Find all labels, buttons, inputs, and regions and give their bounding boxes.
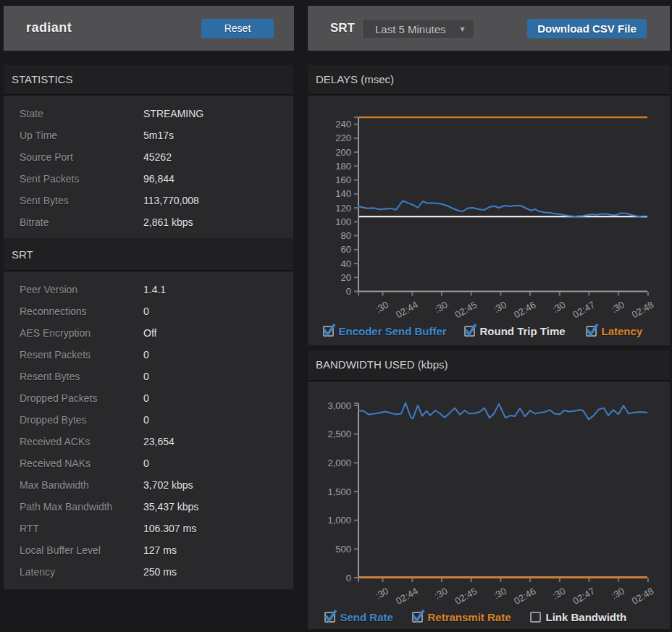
svg-text:20: 20 [341, 272, 351, 283]
svg-text::30: :30 [432, 586, 449, 602]
svg-text:80: 80 [341, 230, 351, 241]
svg-text:02:44: 02:44 [394, 586, 420, 607]
svg-text:02:47: 02:47 [571, 299, 597, 320]
svg-text:180: 180 [335, 161, 351, 172]
svg-text:160: 160 [335, 174, 351, 185]
svg-text:500: 500 [335, 544, 351, 555]
svg-text:40: 40 [341, 258, 351, 269]
svg-text:120: 120 [335, 203, 351, 214]
svg-text::30: :30 [550, 586, 567, 602]
svg-text:100: 100 [335, 216, 351, 227]
svg-text:220: 220 [335, 132, 351, 143]
svg-text::30: :30 [492, 299, 508, 315]
svg-text::30: :30 [492, 586, 508, 602]
svg-text:02:46: 02:46 [512, 586, 538, 607]
svg-text:02:48: 02:48 [630, 299, 656, 320]
svg-text:02:48: 02:48 [630, 586, 656, 607]
svg-text:140: 140 [335, 188, 351, 199]
svg-text:60: 60 [341, 244, 351, 255]
svg-text:0: 0 [346, 286, 351, 297]
svg-text::30: :30 [432, 299, 449, 315]
svg-text:02:47: 02:47 [571, 586, 597, 607]
svg-text:2,500: 2,500 [327, 429, 351, 439]
svg-text:02:46: 02:46 [512, 299, 538, 320]
svg-text:1,000: 1,000 [327, 515, 351, 526]
svg-text:200: 200 [335, 147, 351, 158]
svg-text:02:45: 02:45 [453, 299, 479, 320]
svg-text:02:45: 02:45 [453, 586, 479, 607]
svg-text:240: 240 [335, 119, 351, 130]
svg-text::30: :30 [550, 299, 567, 315]
svg-text:02:44: 02:44 [394, 299, 420, 320]
svg-text::30: :30 [374, 299, 390, 315]
svg-text::30: :30 [610, 299, 626, 315]
svg-text:2,000: 2,000 [327, 458, 351, 468]
svg-text::30: :30 [610, 586, 626, 602]
svg-text:0: 0 [346, 573, 351, 583]
svg-text:3,000: 3,000 [327, 400, 351, 411]
svg-text:1,500: 1,500 [327, 486, 351, 497]
svg-text::30: :30 [374, 586, 390, 602]
